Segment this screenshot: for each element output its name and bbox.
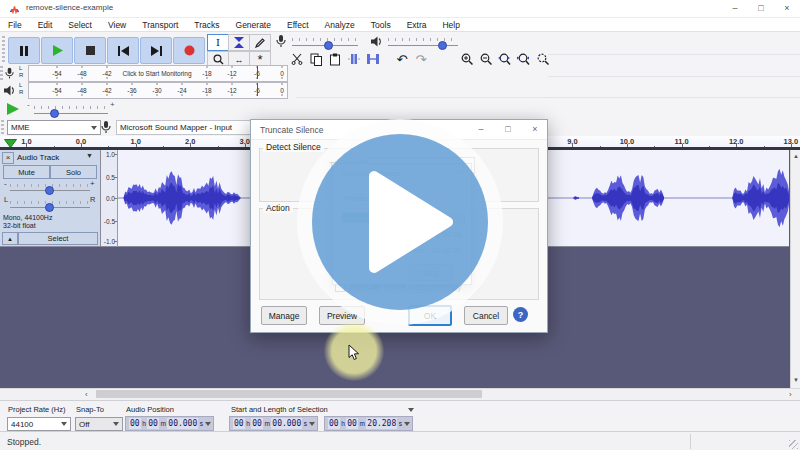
silence-audio-button[interactable] [364,50,382,68]
selection-start-field[interactable]: 00h00m00.000s [229,416,318,431]
selection-range-combobox[interactable] [404,404,417,415]
time-digit-group[interactable]: 00 [346,418,358,429]
track-control-panel[interactable]: × Audio Track ▼ Mute Solo - + L R Mono, … [0,150,101,247]
time-unit-label[interactable]: m [359,420,364,427]
monitor-hint-text[interactable]: Click to Start Monitoring [123,70,192,77]
meter-tick [232,83,233,85]
playback-volume-thumb[interactable] [438,41,447,50]
time-digit-group[interactable]: 00 [251,418,263,429]
video-play-overlay[interactable] [292,114,508,330]
time-unit-label[interactable]: s [304,420,307,427]
menu-extra[interactable]: Extra [399,20,435,30]
audio-host-combobox[interactable]: MME [7,120,101,135]
time-unit-label[interactable]: h [246,420,250,427]
zoom-out-button[interactable] [477,50,495,68]
horizontal-scroll-thumb[interactable] [96,390,482,398]
skip-to-end-button[interactable] [140,37,172,64]
undo-button[interactable]: ↶ [393,50,411,68]
stop-button[interactable] [74,37,106,64]
project-rate-combobox[interactable]: 44100 [7,417,71,431]
time-digit-group[interactable]: 00 [147,418,159,429]
zoom-in-button[interactable] [458,50,476,68]
envelope-tool-button[interactable] [228,34,250,51]
time-digit-group[interactable]: 00 [328,418,340,429]
time-unit-label[interactable]: h [142,420,146,427]
menu-generate[interactable]: Generate [228,20,279,30]
time-field-chevron-icon[interactable] [309,422,315,426]
recording-volume-thumb[interactable] [324,41,333,50]
time-field-chevron-icon[interactable] [205,422,211,426]
toolbar-grip[interactable] [2,36,5,64]
title-bar[interactable]: remove-silence-example – □ × [0,0,800,18]
menu-help[interactable]: Help [434,20,467,30]
menu-tools[interactable]: Tools [363,20,399,30]
pan-thumb[interactable] [45,203,54,212]
scroll-left-icon[interactable]: ‹ [85,391,88,399]
time-field-chevron-icon[interactable] [404,422,410,426]
playback-meter[interactable]: -54-48-42-36-30-24-18-12-60 [28,82,288,99]
zoom-selection-button[interactable] [496,50,514,68]
menu-tracks[interactable]: Tracks [186,20,227,30]
track-title[interactable]: Audio Track [17,153,59,162]
pause-button[interactable] [8,37,40,64]
toolbar-grip[interactable] [1,120,4,134]
resize-grip[interactable] [789,440,798,449]
track-select-button[interactable]: Select [18,232,98,245]
snap-to-combobox[interactable]: Off [75,417,123,431]
play-meter-speaker-icon [4,85,16,96]
toolbar-grip[interactable] [0,66,3,82]
scroll-up-icon[interactable]: ▲ [791,153,800,159]
collapse-track-button[interactable]: ▲ [2,232,18,245]
selection-tool-button[interactable]: I [207,34,229,51]
time-unit-label[interactable]: s [200,420,203,427]
time-digit-group[interactable]: 00.000 [167,418,198,429]
time-unit-label[interactable]: s [399,420,402,427]
menu-analyze[interactable]: Analyze [317,20,363,30]
dialog-close-icon[interactable]: × [525,124,545,136]
time-unit-label[interactable]: m [160,420,165,427]
scroll-down-icon[interactable]: ▼ [791,377,800,383]
paste-button[interactable] [326,50,344,68]
window-minimize-icon[interactable]: – [726,3,744,14]
menu-edit[interactable]: Edit [30,20,61,30]
zoom-toggle-button[interactable] [534,50,552,68]
time-unit-label[interactable]: m [264,420,269,427]
selection-length-field[interactable]: 00h00m20.208s [324,416,413,431]
record-button[interactable] [173,37,205,64]
gain-thumb[interactable] [45,186,54,195]
redo-button[interactable]: ↷ [412,50,430,68]
track-menu-chevron-icon[interactable]: ▼ [86,152,93,159]
playback-volume-slider[interactable] [388,45,458,46]
scroll-right-icon[interactable]: › [789,391,792,399]
draw-tool-button[interactable] [249,34,271,51]
menu-select[interactable]: Select [60,20,100,30]
time-unit-label[interactable]: h [341,420,345,427]
menu-transport[interactable]: Transport [134,20,186,30]
play-at-speed-icon[interactable] [6,103,19,115]
track-close-button[interactable]: × [2,152,14,164]
time-digit-group[interactable]: 20.208 [366,418,397,429]
recording-meter[interactable]: -54-48-42-18-12-60Click to Start Monitor… [28,65,288,82]
menu-view[interactable]: View [100,20,134,30]
window-close-icon[interactable]: × [778,3,796,14]
solo-button[interactable]: Solo [50,165,97,179]
time-digit-group[interactable]: 00 [129,418,141,429]
play-speed-thumb[interactable] [50,109,59,118]
menu-file[interactable]: File [0,20,30,30]
cut-button[interactable] [288,50,306,68]
time-digit-group[interactable]: 00.000 [271,418,302,429]
mute-button[interactable]: Mute [3,165,50,179]
menu-effect[interactable]: Effect [279,20,317,30]
skip-to-start-button[interactable] [107,37,139,64]
copy-button[interactable] [307,50,325,68]
zoom-fit-button[interactable] [515,50,533,68]
audio-position-field[interactable]: 00h00m00.000s [125,416,214,431]
trim-audio-button[interactable] [345,50,363,68]
play-speed-slider[interactable] [34,113,108,114]
meter-tick [207,94,208,96]
help-button[interactable]: ? [513,307,528,322]
window-maximize-icon[interactable]: □ [752,3,770,14]
time-digit-group[interactable]: 00 [233,418,245,429]
play-button[interactable] [41,37,73,64]
vertical-scrollbar[interactable]: ▲ ▼ [790,150,800,388]
